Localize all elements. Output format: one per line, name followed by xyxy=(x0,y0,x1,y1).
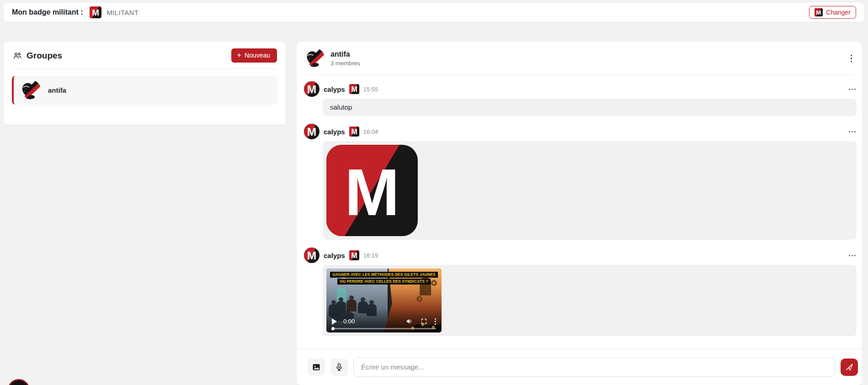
message-author: calyps xyxy=(324,128,345,136)
message-row: calyps 15:55 salutop xyxy=(304,81,857,116)
video-progress-bar[interactable] xyxy=(332,328,436,329)
chat-panel: antifa 3 membres calyps 15:55 salutop ca… xyxy=(297,42,862,385)
new-group-button[interactable]: + Nouveau xyxy=(231,48,277,63)
militant-badge-icon xyxy=(90,6,101,18)
message-bubble: salutop xyxy=(323,99,857,116)
antifa-group-avatar xyxy=(304,48,325,69)
groups-title: Groupes xyxy=(27,51,62,61)
chat-group-title: antifa xyxy=(330,50,360,58)
message-row: calyps 16:04 xyxy=(304,124,857,240)
message-menu-ellipsis-icon[interactable] xyxy=(848,86,857,92)
chat-menu-kebab-icon[interactable] xyxy=(848,52,855,65)
people-icon xyxy=(12,51,22,61)
chat-header: antifa 3 membres xyxy=(297,42,862,74)
groups-header: Groupes + Nouveau xyxy=(4,42,286,69)
group-list-item-antifa[interactable]: antifa xyxy=(12,76,277,105)
message-menu-ellipsis-icon[interactable] xyxy=(848,253,857,258)
badge-section-label: Mon badge militant : xyxy=(12,8,83,16)
image-icon xyxy=(312,363,321,372)
video-player[interactable]: GAGNER AVEC LES MÉTHODES DES GILETS JAUN… xyxy=(326,269,442,332)
new-group-label: Nouveau xyxy=(245,52,270,59)
message-menu-ellipsis-icon[interactable] xyxy=(848,129,857,135)
record-audio-button[interactable] xyxy=(330,359,348,376)
groups-panel: Groupes + Nouveau antifa xyxy=(4,42,286,125)
messages-list: calyps 15:55 salutop calyps 16:04 xyxy=(297,75,862,348)
divider xyxy=(12,69,277,69)
play-icon[interactable] xyxy=(332,318,337,325)
militant-badge-icon xyxy=(815,8,823,16)
calyps-avatar xyxy=(304,81,320,97)
antifa-group-avatar xyxy=(19,79,41,101)
calyps-avatar xyxy=(304,248,320,263)
message-bubble xyxy=(323,141,857,240)
militant-badge-icon xyxy=(349,127,359,137)
video-controls: 0:00 xyxy=(332,317,436,325)
militant-logo-image[interactable] xyxy=(326,145,418,236)
fullscreen-icon[interactable] xyxy=(421,318,427,325)
message-bubble: GAGNER AVEC LES MÉTHODES DES GILETS JAUN… xyxy=(323,265,857,336)
microphone-icon xyxy=(335,363,344,372)
message-time: 15:55 xyxy=(363,86,378,93)
floating-avatar-button[interactable] xyxy=(8,379,30,385)
change-badge-button[interactable]: Changer xyxy=(809,6,856,19)
current-badge-name: MILITANT xyxy=(107,9,139,16)
message-time: 16:04 xyxy=(363,128,378,135)
chat-members-count: 3 membres xyxy=(330,60,360,67)
message-time: 16:19 xyxy=(363,252,378,259)
group-name: antifa xyxy=(48,86,66,94)
video-menu-kebab-icon[interactable] xyxy=(435,318,436,325)
attach-image-button[interactable] xyxy=(308,359,325,376)
message-author: calyps xyxy=(324,85,345,93)
message-composer xyxy=(297,348,862,385)
video-title-line1: GAGNER AVEC LES MÉTHODES DES GILETS JAUN… xyxy=(330,272,438,278)
calyps-avatar xyxy=(304,124,320,139)
militant-badge-icon xyxy=(349,84,359,94)
volume-icon[interactable] xyxy=(405,317,413,325)
message-input[interactable] xyxy=(353,358,835,377)
top-bar: Mon badge militant : MILITANT Changer xyxy=(4,3,864,22)
video-title-overlay: GAGNER AVEC LES MÉTHODES DES GILETS JAUN… xyxy=(326,272,442,285)
send-button[interactable] xyxy=(841,359,858,376)
message-row: calyps 16:19 xyxy=(304,248,857,336)
send-plane-icon xyxy=(845,363,854,372)
video-title-line2: OU PERDRE AVEC CELLES DES SYNDICATS ? xyxy=(337,279,430,285)
message-author: calyps xyxy=(324,252,345,259)
change-badge-label: Changer xyxy=(826,9,851,16)
video-current-time: 0:00 xyxy=(343,318,355,325)
militant-badge-icon xyxy=(349,250,359,260)
plus-icon: + xyxy=(237,53,241,58)
